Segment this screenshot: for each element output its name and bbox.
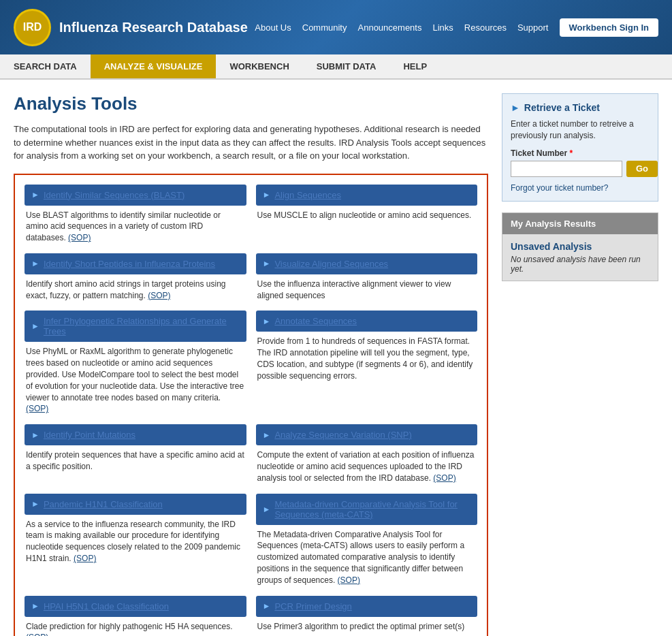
- tool-pcr-desc: Use Primer3 algorithm to predict the opt…: [256, 621, 478, 633]
- tool-annotate: ► Annotate Sequences Provide from 1 to h…: [256, 311, 478, 415]
- arrow-icon: ►: [263, 430, 271, 440]
- arrow-icon: ►: [31, 190, 39, 200]
- page-description: The computational tools in IRD are perfe…: [14, 123, 488, 163]
- tool-blast-link[interactable]: Identify Similar Sequences (BLAST): [44, 190, 185, 200]
- nav-resources[interactable]: Resources: [464, 22, 507, 33]
- workbench-signin-button[interactable]: Workbench Sign In: [560, 18, 659, 37]
- unsaved-analysis-desc: No unsaved analysis have been run yet.: [511, 255, 650, 274]
- main-content: Analysis Tools The computational tools i…: [0, 80, 672, 636]
- tool-blast: ► Identify Similar Sequences (BLAST) Use…: [25, 185, 246, 244]
- tool-peptides-link[interactable]: Identify Short Peptides in Influenza Pro…: [44, 259, 215, 269]
- tool-pandemic-desc: As a service to the influenza research c…: [25, 519, 246, 565]
- logo-icon: IRD: [14, 9, 51, 46]
- tool-annotate-desc: Provide from 1 to hundreds of sequences …: [256, 336, 478, 381]
- snp-sop-link[interactable]: (SOP): [433, 473, 455, 483]
- forgot-ticket-link[interactable]: Forgot your ticket number?: [511, 183, 608, 193]
- tool-visualize-align-link[interactable]: Visualize Aligned Sequences: [274, 259, 388, 269]
- tool-metacats-desc: The Metadata-driven Comparative Analysis…: [256, 529, 478, 586]
- tab-submit-data[interactable]: SUBMIT DATA: [303, 54, 390, 78]
- tool-align-header[interactable]: ► Align Sequences: [256, 185, 478, 206]
- tool-peptides-desc: Identify short amino acid strings in tar…: [25, 279, 246, 302]
- ticket-input-row: Go: [511, 161, 650, 177]
- tool-point-mutations-link[interactable]: Identify Point Mutations: [44, 430, 135, 440]
- tool-visualize-align-header[interactable]: ► Visualize Aligned Sequences: [256, 253, 478, 274]
- tool-align: ► Align Sequences Use MUSCLE to align nu…: [256, 185, 478, 244]
- nav-support[interactable]: Support: [517, 22, 549, 33]
- left-column: Analysis Tools The computational tools i…: [14, 93, 488, 636]
- tool-phylo-link[interactable]: Infer Phylogenetic Relationships and Gen…: [44, 316, 240, 336]
- tool-pandemic: ► Pandemic H1N1 Classification As a serv…: [25, 494, 246, 586]
- tool-phylo: ► Infer Phylogenetic Relationships and G…: [25, 311, 246, 415]
- tool-hpai: ► HPAI H5N1 Clade Classification Clade p…: [25, 596, 246, 636]
- tool-align-desc: Use MUSCLE to align nucleotide or amino …: [256, 210, 478, 221]
- tool-peptides-header[interactable]: ► Identify Short Peptides in Influenza P…: [25, 253, 246, 274]
- tool-pandemic-header[interactable]: ► Pandemic H1N1 Classification: [25, 494, 246, 515]
- peptides-sop-link[interactable]: (SOP): [148, 291, 170, 300]
- arrow-icon: ►: [31, 499, 39, 509]
- tab-search-data[interactable]: SEARCH DATA: [0, 54, 91, 78]
- tool-visualize-align: ► Visualize Aligned Sequences Use the in…: [256, 253, 478, 302]
- nav-announcements[interactable]: Announcements: [358, 22, 422, 33]
- phylo-sop-link[interactable]: (SOP): [26, 404, 48, 413]
- tool-pandemic-link[interactable]: Pandemic H1N1 Classification: [44, 499, 163, 509]
- tool-pcr-header[interactable]: ► PCR Primer Design: [256, 596, 478, 617]
- tool-blast-desc: Use BLAST algorithms to identify similar…: [25, 210, 246, 244]
- tool-pcr-link[interactable]: PCR Primer Design: [274, 601, 351, 611]
- ticket-number-input[interactable]: [511, 161, 622, 177]
- tool-metacats: ► Metadata-driven Comparative Analysis T…: [256, 494, 478, 586]
- tool-metacats-link[interactable]: Metadata-driven Comparative Analysis Too…: [274, 499, 470, 520]
- tool-metacats-header[interactable]: ► Metadata-driven Comparative Analysis T…: [256, 494, 478, 525]
- site-header: IRD Influenza Research Database About Us…: [0, 0, 672, 54]
- tools-grid: ► Identify Similar Sequences (BLAST) Use…: [14, 174, 488, 637]
- nav-community[interactable]: Community: [302, 22, 347, 33]
- tool-snp: ► Analyze Sequence Variation (SNP) Compu…: [256, 424, 478, 483]
- tool-snp-link[interactable]: Analyze Sequence Variation (SNP): [274, 430, 411, 440]
- tool-align-link[interactable]: Align Sequences: [274, 190, 341, 200]
- analysis-results-title: My Analysis Results: [502, 213, 658, 234]
- required-mark: *: [569, 148, 573, 158]
- tool-snp-desc: Compute the extent of variation at each …: [256, 449, 478, 483]
- tool-annotate-header[interactable]: ► Annotate Sequences: [256, 311, 478, 332]
- tool-phylo-header[interactable]: ► Infer Phylogenetic Relationships and G…: [25, 311, 246, 342]
- blast-sop-link[interactable]: (SOP): [68, 233, 91, 242]
- tool-annotate-link[interactable]: Annotate Sequences: [274, 316, 357, 326]
- tool-point-mutations: ► Identify Point Mutations Identify prot…: [25, 424, 246, 483]
- analysis-results-body: Unsaved Analysis No unsaved analysis hav…: [502, 234, 658, 281]
- arrow-icon: ►: [31, 430, 39, 440]
- arrow-icon: ►: [263, 259, 271, 268]
- tool-hpai-desc: Clade prediction for highly pathogenic H…: [25, 621, 246, 636]
- tool-blast-header[interactable]: ► Identify Similar Sequences (BLAST): [25, 185, 246, 206]
- tool-phylo-desc: Use PhyML or RaxML algorithm to generate…: [25, 346, 246, 415]
- tool-hpai-link[interactable]: HPAI H5N1 Clade Classification: [44, 601, 169, 611]
- metacats-sop-link[interactable]: (SOP): [338, 575, 360, 585]
- arrow-icon: ►: [31, 601, 39, 611]
- pandemic-sop-link[interactable]: (SOP): [74, 554, 96, 563]
- arrow-icon: ►: [263, 190, 271, 200]
- nav-links[interactable]: Links: [432, 22, 453, 33]
- arrow-icon: ►: [263, 505, 271, 514]
- tool-visualize-align-desc: Use the influenza interactive alignment …: [256, 279, 478, 302]
- page-title: Analysis Tools: [14, 93, 488, 114]
- tab-analyze-visualize[interactable]: ANALYZE & VISUALIZE: [91, 54, 217, 78]
- tab-workbench[interactable]: WORKBENCH: [216, 54, 302, 78]
- arrow-icon: ►: [263, 601, 271, 611]
- tool-point-mutations-header[interactable]: ► Identify Point Mutations: [25, 424, 246, 445]
- tab-help[interactable]: HELP: [389, 54, 441, 78]
- logo-area: IRD Influenza Research Database: [14, 9, 248, 46]
- tool-peptides: ► Identify Short Peptides in Influenza P…: [25, 253, 246, 302]
- ticket-go-button[interactable]: Go: [626, 161, 658, 177]
- tool-hpai-header[interactable]: ► HPAI H5N1 Clade Classification: [25, 596, 246, 617]
- ticket-description: Enter a ticket number to retreive a prev…: [511, 118, 650, 142]
- arrow-icon: ►: [263, 317, 271, 326]
- tool-snp-header[interactable]: ► Analyze Sequence Variation (SNP): [256, 424, 478, 445]
- nav-about[interactable]: About Us: [255, 22, 291, 33]
- ticket-arrow-icon: ►: [511, 102, 520, 113]
- header-nav: About Us Community Announcements Links R…: [255, 18, 658, 37]
- tool-point-mutations-desc: Identify protein sequences that have a s…: [25, 449, 246, 473]
- arrow-icon: ►: [31, 259, 39, 268]
- hpai-sop-link[interactable]: (SOP): [26, 633, 48, 636]
- analysis-results-section: My Analysis Results Unsaved Analysis No …: [502, 212, 658, 281]
- ticket-number-label: Ticket Number *: [511, 148, 650, 158]
- right-column: ► Retrieve a Ticket Enter a ticket numbe…: [502, 93, 658, 636]
- retrieve-ticket-section: ► Retrieve a Ticket Enter a ticket numbe…: [502, 93, 658, 202]
